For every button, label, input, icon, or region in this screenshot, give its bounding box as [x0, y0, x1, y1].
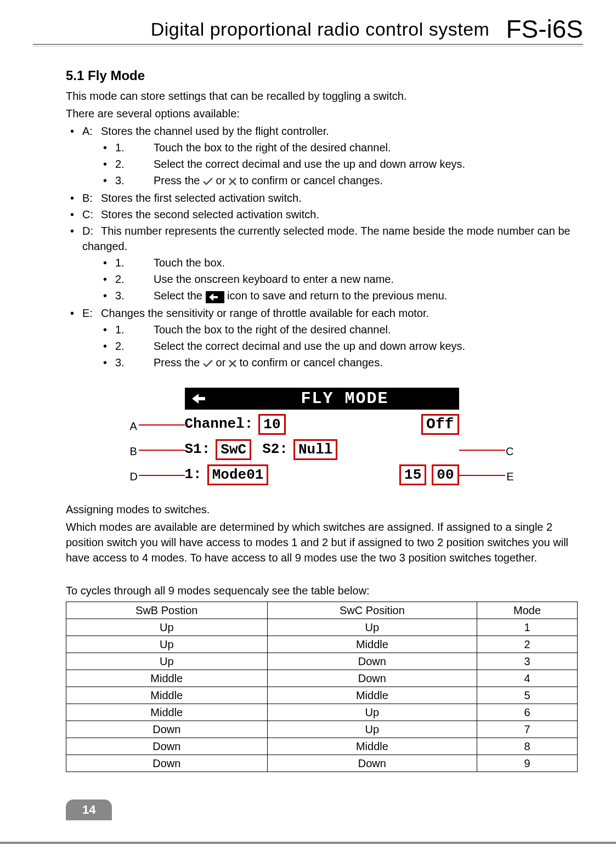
header-divider	[33, 44, 583, 45]
item-a-step-3: 3.Press the or to confirm or cancel chan…	[99, 173, 578, 189]
item-d: D:This number represents the currently s…	[66, 223, 578, 304]
item-e: E:Changes the sensitivity or range of th…	[66, 305, 578, 371]
callout-b: B	[130, 444, 137, 459]
intro-line-1: This mode can store settings that can be…	[66, 88, 578, 104]
table-row: MiddleDown4	[66, 670, 578, 687]
item-d-step-3: 3.Select the icon to save and return to …	[99, 288, 578, 304]
intro-line-2: There are several options available:	[66, 106, 578, 121]
page-number: 14	[66, 799, 112, 820]
callout-e: E	[506, 469, 513, 484]
table-row: UpMiddle2	[66, 636, 578, 653]
modes-table: SwB Postion SwC Position Mode UpUp1UpMid…	[66, 602, 578, 772]
x-icon	[229, 174, 236, 189]
s1-label: S1:	[185, 439, 211, 459]
throttle-v1-box[interactable]: 15	[399, 464, 426, 485]
check-icon	[203, 174, 213, 189]
item-a: A:Stores the channel used by the flight …	[66, 123, 578, 189]
table-row: DownMiddle8	[66, 738, 578, 755]
assigning-heading: Assigning modes to switches.	[66, 502, 578, 517]
check-icon	[203, 356, 213, 371]
lcd-title-text: FLY MODE	[234, 387, 456, 410]
col-swb: SwB Postion	[66, 602, 268, 619]
item-a-step-2: 2.Select the correct decimal and use the…	[99, 156, 578, 172]
product-logo: FS-i6S	[506, 16, 583, 42]
back-arrow-icon[interactable]	[188, 391, 212, 406]
table-row: MiddleUp6	[66, 704, 578, 721]
lcd-titlebar: FLY MODE	[185, 388, 459, 410]
section-heading: 5.1 Fly Mode	[66, 66, 578, 85]
table-intro: To cycles through all 9 modes sequencaly…	[66, 583, 578, 598]
off-box[interactable]: Off	[421, 414, 459, 435]
back-icon	[206, 289, 224, 304]
item-c: C:Stores the second selected activation …	[66, 207, 578, 222]
callout-c: C	[506, 444, 513, 459]
item-a-step-1: 1.Touch the box to the right of the desi…	[99, 140, 578, 155]
s2-value-box[interactable]: Null	[293, 439, 337, 460]
table-row: DownDown9	[66, 755, 578, 772]
item-d-step-1: 1.Touch the box.	[99, 255, 578, 270]
lcd-figure: A B D C E FLY MODE Channel: 10	[130, 388, 514, 485]
mode-number-label: 1:	[185, 464, 202, 484]
channel-label: Channel:	[185, 414, 253, 434]
s2-label: S2:	[262, 439, 288, 459]
callout-d: D	[130, 469, 138, 484]
callout-a: A	[130, 418, 137, 434]
item-d-step-2: 2.Use the onscreen keyboard to enter a n…	[99, 271, 578, 287]
x-icon	[229, 356, 236, 371]
table-row: UpUp1	[66, 619, 578, 636]
col-swc: SwC Position	[267, 602, 477, 619]
s1-value-box[interactable]: SwC	[216, 439, 251, 460]
item-e-step-2: 2.Select the correct decimal and use the…	[99, 338, 578, 354]
channel-value-box[interactable]: 10	[258, 414, 285, 435]
item-b: B:Stores the first selected activation s…	[66, 190, 578, 206]
table-row: DownUp7	[66, 721, 578, 738]
header-divider-thin	[33, 46, 583, 47]
table-row: MiddleMiddle5	[66, 687, 578, 704]
item-e-step-1: 1.Touch the box to the right of the desi…	[99, 322, 578, 337]
footer-rule	[0, 842, 616, 844]
table-row: UpDown3	[66, 653, 578, 670]
col-mode: Mode	[477, 602, 578, 619]
mode-name-box[interactable]: Mode01	[207, 464, 269, 485]
doc-header-title: Digital proportional radio control syste…	[151, 19, 490, 40]
assigning-body: Which modes are available are determined…	[66, 519, 578, 565]
throttle-v2-box[interactable]: 00	[432, 464, 459, 485]
item-e-step-3: 3.Press the or to confirm or cancel chan…	[99, 355, 578, 371]
